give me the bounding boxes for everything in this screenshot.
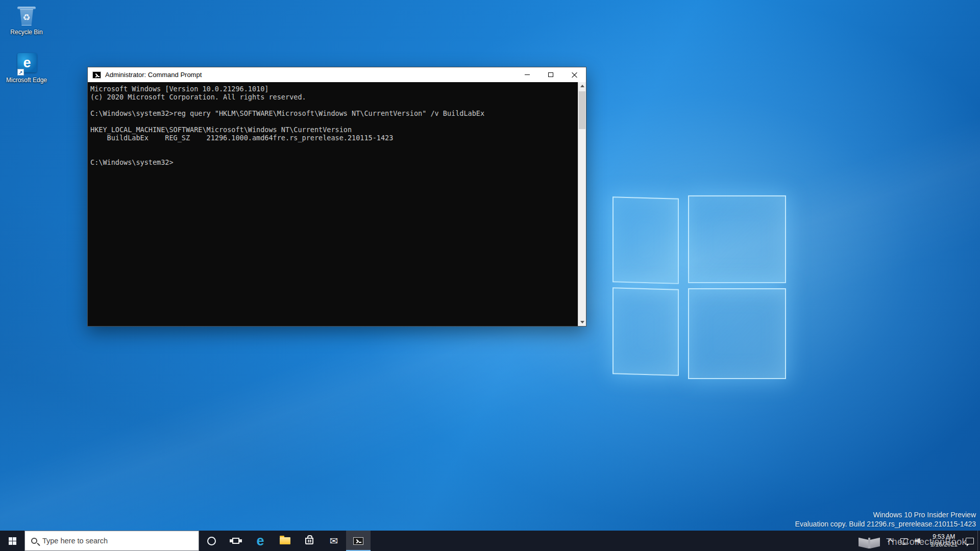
photo-watermark-text: TheCollectionBook [886, 537, 967, 547]
maximize-button[interactable] [539, 67, 562, 82]
console-line: C:\Windows\system32> [90, 158, 575, 166]
scroll-down-arrow[interactable] [578, 318, 586, 326]
edge-label: Microsoft Edge [4, 77, 49, 84]
book-logo-icon [857, 535, 881, 549]
cortana-button[interactable] [199, 531, 224, 551]
edge-icon: e [256, 534, 264, 548]
close-button[interactable] [562, 67, 586, 82]
file-explorer-icon [280, 537, 290, 544]
recycle-bin-label: Recycle Bin [4, 29, 49, 36]
search-icon [31, 538, 37, 544]
edge-letter-glyph: e [23, 56, 31, 70]
desktop-icon-recycle-bin[interactable]: ♻ Recycle Bin [4, 5, 49, 36]
start-button[interactable] [0, 531, 24, 551]
desktop-background[interactable]: ♻ Recycle Bin e ↗ Microsoft Edge Windows… [0, 0, 980, 551]
console-line: C:\Windows\system32>reg query "HKLM\SOFT… [90, 109, 575, 117]
windows-logo-pane [688, 288, 786, 379]
minimize-button[interactable] [516, 67, 539, 82]
mail-button[interactable]: ✉ [322, 531, 346, 551]
os-watermark-line2: Evaluation copy. Build 21296.rs_prerelea… [795, 519, 976, 529]
mail-icon: ✉ [330, 536, 338, 546]
recycle-bin-icon: ♻ [16, 5, 37, 27]
store-icon [305, 538, 313, 544]
triangle-up-icon [580, 85, 584, 87]
file-explorer-button[interactable] [273, 531, 297, 551]
window-titlebar[interactable]: Administrator: Command Prompt [88, 67, 586, 82]
console-line: BuildLabEx REG_SZ 21296.1000.amd64fre.rs… [90, 134, 575, 142]
task-view-button[interactable] [224, 531, 248, 551]
close-icon [571, 72, 577, 78]
task-view-icon [232, 538, 239, 544]
scroll-up-arrow[interactable] [578, 82, 586, 90]
scrollbar-thumb[interactable] [579, 91, 585, 129]
show-desktop-button[interactable] [977, 531, 980, 551]
recycle-bin-lid [17, 7, 36, 9]
console-line [90, 117, 575, 126]
windows-logo-wallpaper [612, 195, 789, 380]
command-prompt-window: Administrator: Command Prompt Microsoft … [87, 67, 586, 327]
cortana-icon [207, 537, 216, 545]
command-prompt-taskbar-button[interactable] [346, 531, 371, 551]
windows-logo-pane [688, 195, 786, 283]
windows-start-icon [9, 537, 16, 545]
minimize-icon [525, 74, 530, 75]
console-line [90, 101, 575, 109]
recycle-bin-body: ♻ [19, 9, 34, 26]
search-input[interactable] [42, 537, 185, 545]
recycle-glyph: ♻ [22, 12, 30, 23]
taskbar: e ✉ 9:53 AM 1/16/2021 [0, 531, 980, 551]
cmd-window-icon [92, 71, 101, 79]
console-output[interactable]: Microsoft Windows [Version 10.0.21296.10… [88, 82, 586, 326]
console-line: (c) 2020 Microsoft Corporation. All righ… [90, 93, 575, 101]
triangle-down-icon [580, 321, 584, 323]
window-title: Administrator: Command Prompt [105, 71, 202, 79]
taskbar-edge-button[interactable]: e [248, 531, 273, 551]
console-scrollbar[interactable] [578, 82, 586, 326]
shortcut-arrow-icon: ↗ [17, 69, 24, 76]
taskbar-search-box[interactable] [24, 531, 199, 551]
os-watermark-line1: Windows 10 Pro Insider Preview [795, 510, 976, 519]
photo-watermark: TheCollectionBook [857, 535, 967, 549]
command-prompt-icon [353, 537, 363, 545]
action-center-icon [966, 538, 974, 544]
console-line [90, 150, 575, 158]
window-controls [516, 67, 586, 82]
maximize-icon [548, 72, 553, 77]
microsoft-store-button[interactable] [297, 531, 322, 551]
console-line [90, 142, 575, 150]
os-watermark: Windows 10 Pro Insider Preview Evaluatio… [795, 510, 976, 529]
desktop-icon-microsoft-edge[interactable]: e ↗ Microsoft Edge [4, 53, 49, 84]
windows-logo-pane [612, 196, 679, 284]
console-line: HKEY_LOCAL_MACHINE\SOFTWARE\Microsoft\Wi… [90, 126, 575, 134]
console-line: Microsoft Windows [Version 10.0.21296.10… [90, 85, 575, 93]
edge-icon: e ↗ [16, 53, 37, 74]
windows-logo-pane [612, 287, 679, 375]
